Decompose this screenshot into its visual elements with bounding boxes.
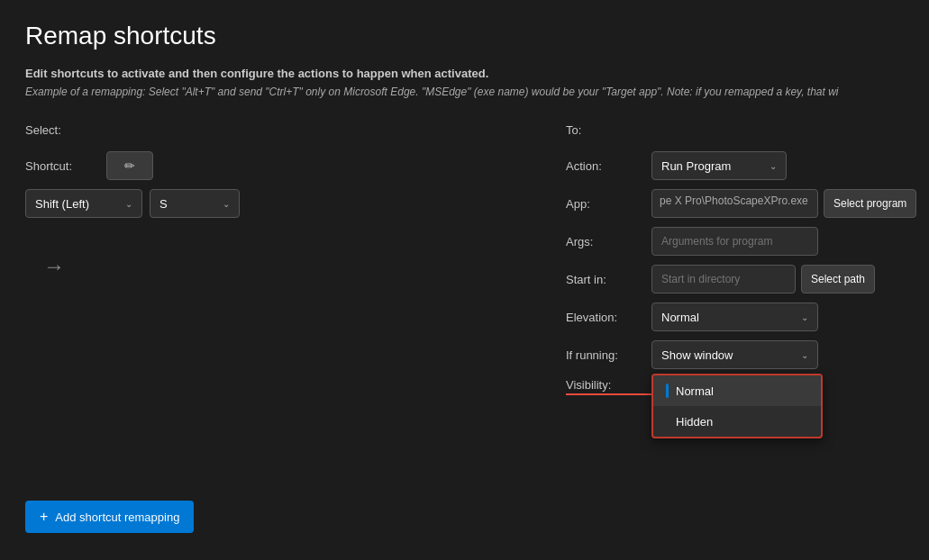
visibility-option-hidden[interactable]: Hidden [653,406,821,437]
if-running-chevron-icon: ⌄ [801,350,808,360]
page-title: Remap shortcuts [25,22,904,50]
pencil-icon: ✏ [124,158,135,173]
selection-indicator [666,384,669,398]
add-button-label: Add shortcut remapping [55,510,179,524]
app-row: App: pe X Pro\PhotoScapeXPro.exe Select … [566,189,916,218]
key-select[interactable]: S ⌄ [150,189,240,218]
app-value: pe X Pro\PhotoScapeXPro.exe [660,194,808,207]
key-value: S [159,197,168,211]
shortcut-label: Shortcut: [25,159,106,173]
action-chevron-icon: ⌄ [770,161,777,171]
start-in-label: Start in: [566,273,651,286]
app-label: App: [566,197,651,211]
description-text: Edit shortcuts to activate and then conf… [25,67,904,80]
if-running-row: If running: Show window ⌄ [566,340,916,369]
select-program-button[interactable]: Select program [824,189,916,218]
elevation-chevron-icon: ⌄ [801,312,808,322]
visibility-row: Visibility: Normal Hidden [566,378,916,395]
app-input[interactable]: pe X Pro\PhotoScapeXPro.exe [651,189,818,218]
modifier-key-select[interactable]: Shift (Left) ⌄ [25,189,142,218]
visibility-option-normal[interactable]: Normal [653,375,821,406]
shortcut-edit-button[interactable]: ✏ [106,151,153,180]
to-section-label: To: [566,123,916,137]
visibility-dropdown[interactable]: Normal Hidden [651,374,823,438]
add-shortcut-button[interactable]: + Add shortcut remapping [25,501,194,533]
start-in-row: Start in: Select path [566,265,916,294]
args-label: Args: [566,235,651,248]
action-value: Run Program [661,159,731,173]
key-chevron-icon: ⌄ [223,199,230,209]
args-input[interactable] [651,227,818,256]
if-running-value: Show window [661,348,733,362]
args-row: Args: [566,227,916,256]
action-label: Action: [566,159,651,173]
select-path-button[interactable]: Select path [801,265,875,294]
if-running-label: If running: [566,348,651,362]
elevation-label: Elevation: [566,311,651,324]
select-section-label: Select: [25,123,530,137]
start-in-input[interactable] [651,265,796,294]
modifier-chevron-icon: ⌄ [125,199,132,209]
visibility-normal-label: Normal [676,384,714,398]
visibility-hidden-label: Hidden [676,415,713,429]
example-text: Example of a remapping: Select "Alt+T" a… [25,86,904,98]
modifier-key-value: Shift (Left) [35,197,89,211]
elevation-row: Elevation: Normal ⌄ [566,303,916,331]
action-select[interactable]: Run Program ⌄ [651,151,787,180]
elevation-value: Normal [661,311,699,324]
arrow-right-icon: → [43,254,65,279]
bottom-bar: + Add shortcut remapping [25,501,194,533]
plus-icon: + [40,509,48,525]
action-row: Action: Run Program ⌄ [566,151,916,180]
if-running-select[interactable]: Show window ⌄ [651,340,818,369]
elevation-select[interactable]: Normal ⌄ [651,303,818,331]
visibility-label: Visibility: [566,378,651,395]
